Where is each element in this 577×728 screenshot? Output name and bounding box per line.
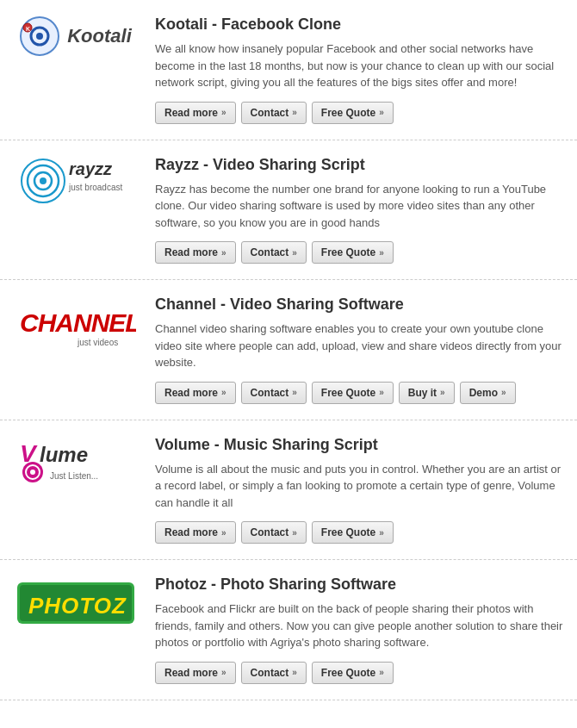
product-description-kootali: We all know how insanely popular Faceboo… <box>155 40 568 91</box>
kootali-logo-icon: K <box>19 16 60 57</box>
svg-text:just videos: just videos <box>77 338 118 347</box>
contact-button-volume[interactable]: Contact » <box>241 521 307 544</box>
product-row-photoz: PHOTOZ Photoz - Photo Sharing Software F… <box>0 560 577 700</box>
channel-logo-svg: CHANNEL just videos <box>16 296 136 352</box>
contact-button-rayzz[interactable]: Contact » <box>241 241 307 264</box>
product-row-kootali: K Kootali Kootali - Facebook Clone We al… <box>0 0 577 140</box>
product-description-rayzz: Rayzz has become the number one brand fo… <box>155 181 568 232</box>
rayzz-logo-svg: rayzz just broadcast <box>17 156 133 206</box>
free-quote-button-rayzz[interactable]: Free Quote » <box>312 241 394 264</box>
product-title-channel: Channel - Video Sharing Software <box>155 296 568 314</box>
free-quote-button-channel[interactable]: Free Quote » <box>312 382 394 404</box>
contact-button-kootali[interactable]: Contact » <box>241 102 307 124</box>
svg-point-17 <box>30 470 35 475</box>
svg-point-2 <box>36 33 43 40</box>
product-title-kootali: Kootali - Facebook Clone <box>155 16 568 34</box>
svg-text:PHOTOZ: PHOTOZ <box>28 593 127 619</box>
product-logo-channel: CHANNEL just videos <box>9 296 142 352</box>
free-quote-button-kootali[interactable]: Free Quote » <box>312 102 394 124</box>
kootali-brand-text: Kootali <box>67 25 132 47</box>
product-content-photoz: Photoz - Photo Sharing Software Facebook… <box>155 576 568 684</box>
product-description-volume: Volume is all about the music and puts y… <box>155 461 568 512</box>
demo-button-channel[interactable]: Demo » <box>460 382 516 404</box>
read-more-button-kootali[interactable]: Read more » <box>155 102 236 124</box>
product-description-channel: Channel video sharing software enables y… <box>155 320 568 371</box>
contact-button-channel[interactable]: Contact » <box>241 382 307 404</box>
product-content-volume: Volume - Music Sharing Script Volume is … <box>155 436 568 544</box>
free-quote-button-photoz[interactable]: Free Quote » <box>312 662 394 684</box>
read-more-button-channel[interactable]: Read more » <box>155 382 236 404</box>
product-row-channel: CHANNEL just videos Channel - Video Shar… <box>0 280 577 420</box>
volume-logo-svg: V lume Just Listen... <box>16 436 136 492</box>
button-group-volume: Read more » Contact » Free Quote » <box>155 521 568 544</box>
product-row-volume: V lume Just Listen... Volume - Music Sha… <box>0 420 577 561</box>
product-title-photoz: Photoz - Photo Sharing Software <box>155 576 568 594</box>
svg-text:K: K <box>26 26 30 32</box>
product-row-rayzz: rayzz just broadcast Rayzz - Video Shari… <box>0 140 577 281</box>
contact-button-photoz[interactable]: Contact » <box>241 662 307 684</box>
read-more-button-photoz[interactable]: Read more » <box>155 662 236 684</box>
buy-it-button-channel[interactable]: Buy it » <box>399 382 455 404</box>
product-logo-volume: V lume Just Listen... <box>9 436 142 492</box>
button-group-channel: Read more » Contact » Free Quote » Buy i… <box>155 382 568 404</box>
product-logo-rayzz: rayzz just broadcast <box>9 156 142 206</box>
button-group-kootali: Read more » Contact » Free Quote » <box>155 102 568 124</box>
product-description-photoz: Facebook and Flickr are built on the bac… <box>155 600 568 651</box>
svg-text:just broadcast: just broadcast <box>68 183 122 192</box>
product-content-rayzz: Rayzz - Video Sharing Script Rayzz has b… <box>155 156 568 264</box>
product-logo-kootali: K Kootali <box>9 16 142 57</box>
product-logo-photoz: PHOTOZ <box>9 576 142 632</box>
svg-point-8 <box>40 177 47 184</box>
product-title-volume: Volume - Music Sharing Script <box>155 436 568 454</box>
photoz-logo-svg: PHOTOZ <box>16 576 136 632</box>
product-content-kootali: Kootali - Facebook Clone We all know how… <box>155 16 568 124</box>
free-quote-button-volume[interactable]: Free Quote » <box>312 521 394 544</box>
button-group-rayzz: Read more » Contact » Free Quote » <box>155 241 568 264</box>
svg-text:CHANNEL: CHANNEL <box>20 308 136 337</box>
button-group-photoz: Read more » Contact » Free Quote » <box>155 662 568 684</box>
svg-text:rayzz: rayzz <box>69 159 113 178</box>
read-more-button-volume[interactable]: Read more » <box>155 521 236 544</box>
product-title-rayzz: Rayzz - Video Sharing Script <box>155 156 568 174</box>
product-content-channel: Channel - Video Sharing Software Channel… <box>155 296 568 404</box>
svg-text:Just Listen...: Just Listen... <box>50 471 98 481</box>
svg-text:lume: lume <box>40 443 88 466</box>
read-more-button-rayzz[interactable]: Read more » <box>155 241 236 264</box>
